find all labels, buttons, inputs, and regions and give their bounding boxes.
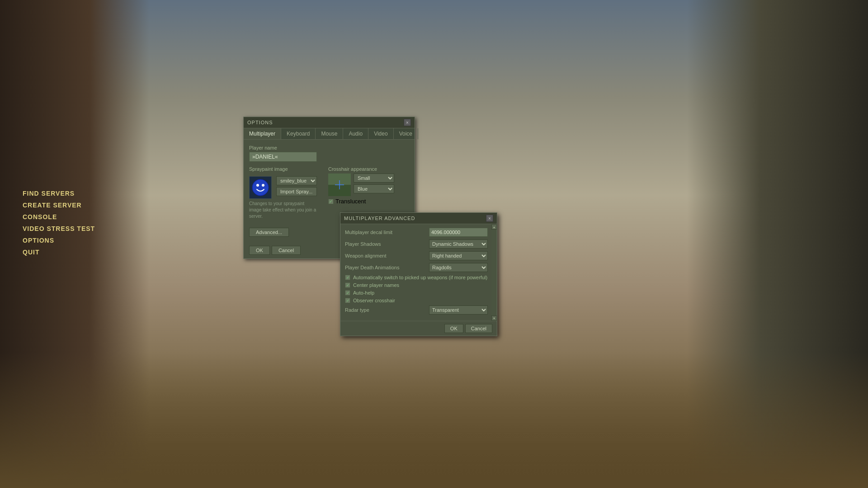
main-menu: FIND SERVERS CREATE SERVER CONSOLE VIDEO… — [23, 190, 95, 256]
advanced-title: MULTIPLAYER ADVANCED — [344, 216, 415, 221]
death-animations-dropdown[interactable]: Ragdolls Off Classic — [429, 263, 488, 272]
crosshair-section: Crosshair appearance — [328, 166, 394, 220]
observer-crosshair-label: Observer crosshair — [353, 298, 395, 303]
tab-keyboard[interactable]: Keyboard — [281, 128, 316, 139]
crosshair-label: Crosshair appearance — [328, 166, 394, 172]
advanced-button[interactable]: Advanced... — [249, 228, 289, 237]
player-shadows-row: Player Shadows Dynamic Shadows Off Simpl… — [345, 239, 488, 249]
advanced-content: Multiplayer decal limit Player Shadows D… — [340, 224, 497, 321]
menu-item-video-stress-test[interactable]: VIDEO STRESS TEST — [23, 225, 95, 232]
menu-item-quit[interactable]: QUIT — [23, 249, 95, 256]
crosshair-size-dropdown[interactable]: Small Medium Large — [354, 174, 394, 183]
auto-switch-checkbox[interactable]: ✓ — [345, 275, 350, 280]
spraypaint-label: Spraypaint image — [249, 166, 317, 172]
tab-multiplayer[interactable]: Multiplayer — [244, 128, 281, 139]
spray-info-text: Changes to your spraypaint image take ef… — [249, 201, 317, 220]
player-shadows-label: Player Shadows — [345, 241, 429, 247]
tab-voice[interactable]: Voice — [394, 128, 418, 139]
auto-help-row: ✓ Auto-help — [345, 290, 488, 296]
weapon-alignment-label: Weapon alignment — [345, 253, 429, 258]
advanced-dialog: MULTIPLAYER ADVANCED × Multiplayer decal… — [340, 212, 497, 336]
svg-point-0 — [252, 179, 269, 196]
auto-switch-row: ✓ Automatically switch to picked up weap… — [345, 275, 488, 280]
advanced-close-button[interactable]: × — [486, 215, 493, 222]
options-ok-button[interactable]: OK — [249, 246, 270, 255]
menu-item-options[interactable]: OPTIONS — [23, 237, 95, 244]
tab-video[interactable]: Video — [368, 128, 393, 139]
spraypaint-section: Spraypaint image smiley_blue — [249, 166, 317, 220]
advanced-cancel-button[interactable]: Cancel — [465, 324, 492, 333]
options-titlebar: OPTIONS × — [244, 117, 415, 128]
options-close-button[interactable]: × — [404, 119, 411, 126]
crosshair-controls: Small Medium Large Blue Green Red Yellow — [354, 174, 394, 193]
player-name-input[interactable] — [249, 152, 317, 162]
menu-item-create-server[interactable]: CREATE SERVER — [23, 202, 95, 209]
translucent-row: ✓ Translucent — [328, 198, 394, 205]
observer-crosshair-row: ✓ Observer crosshair — [345, 298, 488, 303]
player-name-label: Player name — [249, 145, 409, 150]
spray-smiley-icon — [251, 178, 269, 197]
menu-item-console[interactable]: CONSOLE — [23, 213, 95, 221]
advanced-titlebar: MULTIPLAYER ADVANCED × — [340, 213, 497, 224]
decal-limit-label: Multiplayer decal limit — [345, 230, 429, 235]
options-tabs: Multiplayer Keyboard Mouse Audio Video V… — [244, 128, 415, 140]
center-names-label: Center player names — [353, 282, 399, 288]
center-names-checkbox[interactable]: ✓ — [345, 282, 350, 288]
death-animations-label: Player Death Animations — [345, 265, 429, 270]
spraypaint-dropdown[interactable]: smiley_blue — [276, 176, 317, 185]
advanced-content-wrapper: Multiplayer decal limit Player Shadows D… — [340, 224, 497, 321]
scrollbar: ▲ ▼ — [491, 224, 497, 321]
translucent-checkbox[interactable]: ✓ — [328, 199, 334, 204]
menu-item-find-servers[interactable]: FIND SERVERS — [23, 190, 95, 197]
options-title: OPTIONS — [247, 120, 273, 125]
tab-audio[interactable]: Audio — [343, 128, 368, 139]
auto-help-checkbox[interactable]: ✓ — [345, 290, 350, 296]
auto-help-label: Auto-help — [353, 290, 374, 296]
radar-type-label: Radar type — [345, 307, 429, 313]
crosshair-color-dropdown[interactable]: Blue Green Red Yellow — [354, 184, 394, 193]
advanced-dialog-buttons: OK Cancel — [340, 321, 497, 336]
svg-point-2 — [262, 184, 264, 187]
center-names-row: ✓ Center player names — [345, 282, 488, 288]
advanced-ok-button[interactable]: OK — [444, 324, 463, 333]
decal-limit-row: Multiplayer decal limit — [345, 228, 488, 237]
translucent-label: Translucent — [335, 198, 366, 205]
scrollbar-down-arrow[interactable]: ▼ — [491, 315, 497, 321]
weapon-alignment-row: Weapon alignment Right handed Left hande… — [345, 251, 488, 260]
observer-crosshair-checkbox[interactable]: ✓ — [345, 298, 350, 303]
player-shadows-dropdown[interactable]: Dynamic Shadows Off Simple — [429, 239, 488, 249]
spraypaint-controls: smiley_blue Import Spray... — [276, 176, 317, 199]
radar-type-row: Radar type Transparent Normal — [345, 305, 488, 314]
weapon-alignment-dropdown[interactable]: Right handed Left handed — [429, 251, 488, 260]
crosshair-preview — [328, 174, 351, 196]
radar-type-dropdown[interactable]: Transparent Normal — [429, 305, 488, 314]
death-animations-row: Player Death Animations Ragdolls Off Cla… — [345, 263, 488, 272]
decal-limit-input[interactable] — [429, 228, 488, 237]
tab-mouse[interactable]: Mouse — [316, 128, 343, 139]
import-spray-button[interactable]: Import Spray... — [276, 187, 317, 196]
scrollbar-up-arrow[interactable]: ▲ — [491, 224, 497, 230]
spray-image-preview — [249, 176, 272, 199]
scrollbar-track — [491, 230, 497, 315]
svg-point-1 — [256, 184, 259, 187]
auto-switch-label: Automatically switch to picked up weapon… — [353, 275, 487, 280]
options-cancel-button[interactable]: Cancel — [272, 246, 301, 255]
